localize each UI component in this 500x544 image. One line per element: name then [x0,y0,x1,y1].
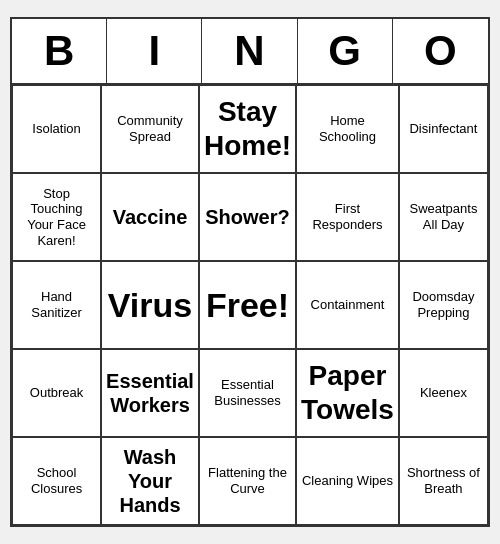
bingo-cell-23: Cleaning Wipes [296,437,399,525]
bingo-cell-20: School Closures [12,437,101,525]
bingo-cell-11: Virus [101,261,199,349]
bingo-cell-15: Outbreak [12,349,101,437]
header-letter-b: B [12,19,107,83]
bingo-header: BINGO [12,19,488,85]
header-letter-g: G [298,19,393,83]
bingo-cell-0: Isolation [12,85,101,173]
bingo-cell-1: Community Spread [101,85,199,173]
bingo-cell-8: First Responders [296,173,399,261]
bingo-cell-13: Containment [296,261,399,349]
bingo-cell-14: Doomsday Prepping [399,261,488,349]
bingo-cell-12: Free! [199,261,296,349]
bingo-cell-6: Vaccine [101,173,199,261]
bingo-cell-10: Hand Sanitizer [12,261,101,349]
bingo-cell-4: Disinfectant [399,85,488,173]
bingo-cell-21: Wash Your Hands [101,437,199,525]
bingo-cell-19: Kleenex [399,349,488,437]
bingo-card: BINGO IsolationCommunity SpreadStay Home… [10,17,490,527]
header-letter-i: I [107,19,202,83]
bingo-cell-2: Stay Home! [199,85,296,173]
header-letter-o: O [393,19,488,83]
bingo-cell-22: Flattening the Curve [199,437,296,525]
bingo-cell-3: Home Schooling [296,85,399,173]
bingo-cell-5: Stop Touching Your Face Karen! [12,173,101,261]
bingo-cell-16: Essential Workers [101,349,199,437]
header-letter-n: N [202,19,297,83]
bingo-cell-24: Shortness of Breath [399,437,488,525]
bingo-cell-9: Sweatpants All Day [399,173,488,261]
bingo-grid: IsolationCommunity SpreadStay Home!Home … [12,85,488,525]
bingo-cell-7: Shower? [199,173,296,261]
bingo-cell-17: Essential Businesses [199,349,296,437]
bingo-cell-18: Paper Towels [296,349,399,437]
